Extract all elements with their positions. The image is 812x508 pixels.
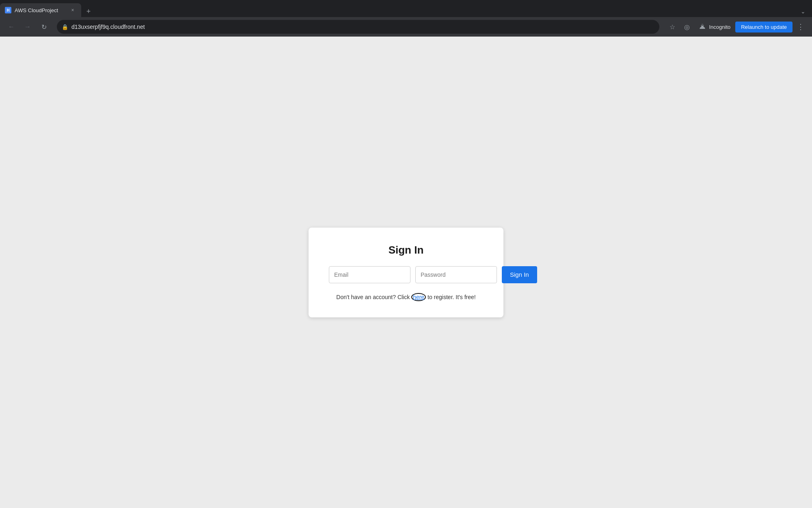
browser-tab[interactable]: H AWS CloudProject × xyxy=(0,3,81,17)
toolbar-right: ☆ ◎ Incognito Relaunch to update ⋮ xyxy=(666,20,807,33)
register-here-link[interactable]: here xyxy=(411,293,426,301)
more-options-button[interactable]: ⋮ xyxy=(794,20,807,33)
svg-rect-1 xyxy=(701,24,704,26)
address-url: d13uxserpfjf9q.cloudfront.net xyxy=(71,24,654,30)
refresh-button[interactable]: ↻ xyxy=(37,20,50,33)
password-input[interactable] xyxy=(415,266,497,283)
address-lock-icon: 🔒 xyxy=(62,24,68,30)
forward-button[interactable]: → xyxy=(21,20,34,33)
incognito-badge: Incognito xyxy=(695,21,734,33)
tab-bar: H AWS CloudProject × + ⌄ xyxy=(0,0,812,17)
browser-chrome: H AWS CloudProject × + ⌄ ← → ↻ 🔒 d13uxse… xyxy=(0,0,812,37)
signin-button[interactable]: Sign In xyxy=(502,266,537,283)
tab-favicon: H xyxy=(5,7,11,13)
signin-form: Sign In xyxy=(329,266,483,283)
relaunch-button[interactable]: Relaunch to update xyxy=(735,22,793,33)
tab-list-button[interactable]: ⌄ xyxy=(797,6,809,17)
tab-close-button[interactable]: × xyxy=(69,7,76,14)
signin-title: Sign In xyxy=(389,244,424,256)
back-button[interactable]: ← xyxy=(5,20,18,33)
incognito-icon xyxy=(698,23,706,31)
signin-card: Sign In Sign In Don't have an account? C… xyxy=(309,228,503,317)
new-tab-button[interactable]: + xyxy=(83,6,94,17)
register-text: Don't have an account? Click here to reg… xyxy=(336,293,475,301)
page-content: Sign In Sign In Don't have an account? C… xyxy=(0,37,812,508)
tab-title: AWS CloudProject xyxy=(15,7,66,13)
browser-toolbar: ← → ↻ 🔒 d13uxserpfjf9q.cloudfront.net ☆ … xyxy=(0,17,812,37)
signin-inputs-row: Sign In xyxy=(329,266,483,283)
tab-bar-right: ⌄ xyxy=(94,6,812,17)
bookmark-button[interactable]: ☆ xyxy=(666,20,679,33)
profile-button[interactable]: ◎ xyxy=(680,20,693,33)
email-input[interactable] xyxy=(329,266,410,283)
address-bar[interactable]: 🔒 d13uxserpfjf9q.cloudfront.net xyxy=(57,20,659,34)
